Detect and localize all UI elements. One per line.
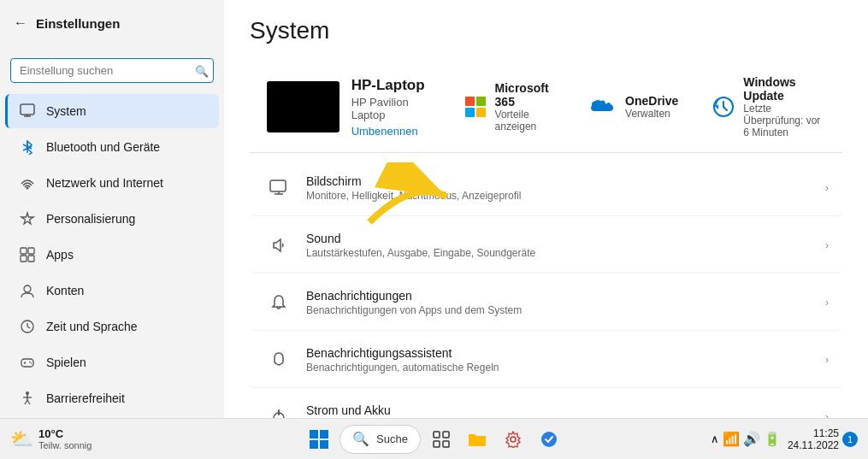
taskview-button[interactable] bbox=[426, 424, 457, 455]
svg-point-14 bbox=[24, 285, 31, 292]
svg-point-22 bbox=[31, 362, 32, 364]
volume-icon[interactable]: 🔊 bbox=[743, 431, 760, 447]
svg-rect-40 bbox=[434, 432, 440, 438]
tray-chevron[interactable]: ∧ bbox=[711, 433, 719, 445]
settings-item-display[interactable]: Bildschirm Monitore, Helligkeit, Nachtmo… bbox=[250, 161, 842, 216]
settings-list: Bildschirm Monitore, Helligkeit, Nachtmo… bbox=[250, 160, 842, 418]
onedrive-desc: Verwalten bbox=[625, 108, 678, 120]
windowsupdate-info: Windows Update Letzte Überprüfung: vor 6… bbox=[743, 75, 825, 138]
sidebar-item-accounts[interactable]: Konten bbox=[5, 274, 219, 308]
search-box[interactable]: 🔍 bbox=[10, 58, 214, 83]
search-input[interactable] bbox=[10, 58, 214, 83]
microsoft365-name: Microsoft 365 bbox=[495, 81, 556, 109]
notification-badge[interactable]: 1 bbox=[842, 432, 858, 447]
chevron-icon: › bbox=[825, 182, 829, 194]
sound-icon bbox=[263, 230, 294, 261]
apps-icon bbox=[19, 246, 36, 263]
onedrive-info: OneDrive Verwalten bbox=[625, 94, 678, 120]
weather-temp: 10°C bbox=[38, 427, 92, 440]
sidebar: ← Einstellungen 🔍 System Bluetoo bbox=[0, 0, 224, 418]
sidebar-item-label: Zeit und Sprache bbox=[46, 320, 138, 333]
device-thumbnail bbox=[267, 81, 340, 132]
sidebar-item-label: Bluetooth und Geräte bbox=[46, 140, 160, 154]
power-title: Strom und Akku bbox=[306, 403, 825, 417]
svg-point-45 bbox=[541, 432, 557, 447]
notifications-desc: Benachrichtigungen von Apps und dem Syst… bbox=[306, 304, 825, 316]
svg-rect-3 bbox=[21, 104, 34, 115]
sidebar-item-label: Barrierefreiheit bbox=[46, 391, 125, 405]
windowsupdate-app[interactable]: Windows Update Letzte Überprüfung: vor 6… bbox=[712, 75, 825, 138]
chevron-icon: › bbox=[825, 411, 829, 418]
sidebar-item-label: Spielen bbox=[46, 356, 86, 369]
sidebar-header: ← Einstellungen bbox=[0, 9, 224, 41]
accounts-icon bbox=[19, 282, 36, 299]
svg-line-26 bbox=[25, 400, 27, 404]
svg-rect-36 bbox=[310, 430, 318, 438]
battery-icon[interactable]: 🔋 bbox=[764, 431, 781, 447]
svg-rect-12 bbox=[21, 256, 27, 262]
sound-text: Sound Lautstärkestufen, Ausgabe, Eingabe… bbox=[306, 232, 825, 259]
device-rename-button[interactable]: Umbenennen bbox=[351, 125, 431, 138]
sidebar-item-gaming[interactable]: Spielen bbox=[5, 345, 219, 380]
svg-point-23 bbox=[26, 391, 29, 395]
fileexplorer-button[interactable] bbox=[462, 424, 493, 455]
onedrive-name: OneDrive bbox=[625, 94, 678, 108]
microsoft365-info: Microsoft 365 Vorteile anzeigen bbox=[495, 81, 556, 132]
svg-rect-10 bbox=[21, 248, 27, 254]
taskbar-weather: 10°C Teilw. sonnig bbox=[38, 427, 92, 450]
settings-item-notifications[interactable]: Benachrichtigungen Benachrichtigungen vo… bbox=[250, 275, 842, 331]
sidebar-item-label: System bbox=[46, 104, 86, 118]
microsoft365-desc: Vorteile anzeigen bbox=[495, 109, 556, 132]
taskbar-date-value: 24.11.2022 bbox=[788, 439, 839, 451]
sidebar-item-label: Konten bbox=[46, 284, 84, 297]
sidebar-item-apps[interactable]: Apps bbox=[5, 238, 219, 272]
windows-logo-button[interactable] bbox=[304, 424, 334, 455]
microsoft365-app[interactable]: Microsoft 365 Vorteile anzeigen bbox=[465, 81, 555, 132]
display-text: Bildschirm Monitore, Helligkeit, Nachtmo… bbox=[306, 174, 825, 202]
power-icon bbox=[263, 402, 294, 418]
display-icon bbox=[263, 173, 294, 203]
sidebar-item-personalization[interactable]: Personalisierung bbox=[5, 202, 219, 236]
back-button[interactable]: ← bbox=[14, 15, 27, 31]
taskbar-right: ∧ 📶 🔊 🔋 11:25 24.11.2022 1 bbox=[687, 427, 858, 451]
sound-title: Sound bbox=[306, 232, 825, 245]
microsoft365-icon bbox=[465, 93, 487, 121]
svg-point-44 bbox=[511, 437, 516, 442]
svg-rect-43 bbox=[443, 441, 449, 447]
time-icon bbox=[19, 318, 36, 335]
device-details: HP-Laptop HP Pavilion Laptop Umbenennen bbox=[351, 77, 431, 138]
taskbar-search-button[interactable]: 🔍 Suche bbox=[340, 425, 421, 454]
chevron-icon: › bbox=[825, 354, 829, 366]
settings-taskbar-button[interactable] bbox=[498, 424, 528, 455]
taskbar-time-value: 11:25 bbox=[813, 427, 839, 439]
wifi-icon[interactable]: 📶 bbox=[723, 431, 740, 447]
system-icon bbox=[19, 103, 36, 120]
sidebar-item-time[interactable]: Zeit und Sprache bbox=[5, 309, 219, 344]
svg-line-27 bbox=[27, 400, 30, 404]
taskbar-search-label: Suche bbox=[376, 433, 408, 445]
sidebar-item-accessibility[interactable]: Barrierefreiheit bbox=[5, 381, 219, 415]
taskbar-clock[interactable]: 11:25 24.11.2022 bbox=[788, 427, 839, 451]
settings-item-sound[interactable]: Sound Lautstärkestufen, Ausgabe, Eingabe… bbox=[250, 218, 842, 274]
sidebar-item-system[interactable]: System bbox=[5, 94, 219, 128]
svg-point-9 bbox=[27, 187, 29, 190]
svg-rect-39 bbox=[320, 440, 328, 449]
chevron-icon: › bbox=[825, 297, 829, 309]
svg-rect-38 bbox=[310, 440, 318, 449]
gaming-icon bbox=[19, 354, 36, 371]
security-button[interactable] bbox=[534, 424, 564, 455]
notifications-text: Benachrichtigungen Benachrichtigungen vo… bbox=[306, 289, 825, 316]
bluetooth-icon bbox=[19, 138, 36, 156]
sidebar-item-network[interactable]: Netzwerk und Internet bbox=[5, 166, 219, 200]
svg-rect-13 bbox=[28, 256, 34, 262]
settings-item-power[interactable]: Strom und Akku Ruhezustand, Batterieverb… bbox=[250, 390, 842, 418]
svg-rect-37 bbox=[320, 430, 328, 438]
settings-item-focus[interactable]: Benachrichtigungsassistent Benachrichtig… bbox=[250, 332, 842, 388]
network-icon bbox=[19, 174, 36, 191]
personalization-icon bbox=[19, 210, 36, 227]
display-desc: Monitore, Helligkeit, Nachtmodus, Anzeig… bbox=[306, 190, 825, 202]
info-bar: HP-Laptop HP Pavilion Laptop Umbenennen bbox=[250, 62, 842, 153]
page-title: System bbox=[250, 17, 842, 44]
sidebar-item-bluetooth[interactable]: Bluetooth und Geräte bbox=[5, 130, 219, 164]
onedrive-app[interactable]: OneDrive Verwalten bbox=[589, 93, 678, 121]
